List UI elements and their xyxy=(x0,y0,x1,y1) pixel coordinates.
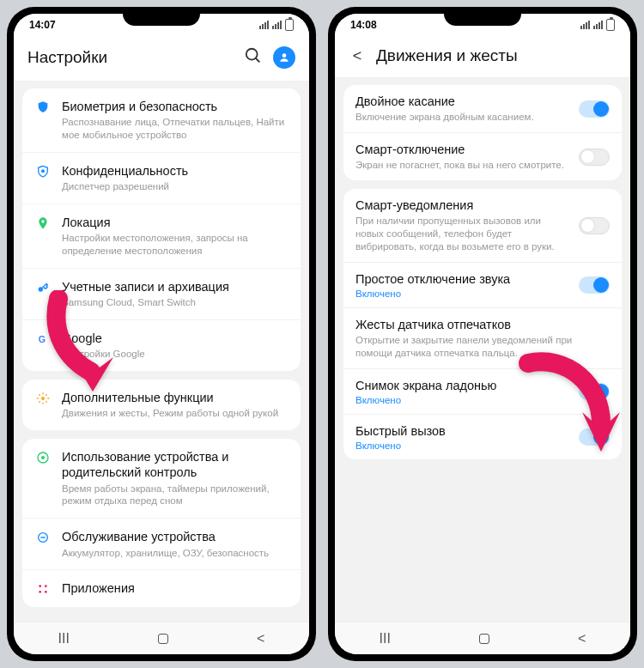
item-title: Простое отключение звука xyxy=(355,271,570,287)
item-title: Быстрый вызов xyxy=(355,423,570,439)
toggle-switch[interactable] xyxy=(579,149,610,166)
item-fingerprint-gestures[interactable]: Жесты датчика отпечатков Открытие и закр… xyxy=(343,308,622,369)
settings-item-privacy[interactable]: Конфиденциальность Диспетчер разрешений xyxy=(22,153,301,204)
settings-item-accounts[interactable]: Учетные записи и архивация Samsung Cloud… xyxy=(22,269,301,320)
svg-point-5 xyxy=(39,287,43,291)
signal-icon xyxy=(593,21,603,29)
google-icon: G xyxy=(34,331,52,346)
settings-item-advanced[interactable]: Дополнительные функции Движения и жесты,… xyxy=(22,380,301,430)
battery-icon xyxy=(285,19,294,31)
item-title: Приложения xyxy=(62,580,289,596)
item-subtitle: Распознавание лица, Отпечатки пальцев, Н… xyxy=(62,116,289,142)
nav-recents[interactable]: III xyxy=(58,631,70,647)
wellbeing-icon xyxy=(34,449,52,465)
item-title: Локация xyxy=(62,215,289,230)
settings-card: Смарт-уведомления При наличии пропущенны… xyxy=(343,189,622,459)
settings-card: Биометрия и безопасность Распознавание л… xyxy=(22,88,301,371)
settings-item-apps[interactable]: Приложения xyxy=(22,570,301,606)
header: Настройки xyxy=(14,36,309,82)
toggle-switch[interactable] xyxy=(579,383,610,400)
notch xyxy=(123,7,200,26)
settings-card: Дополнительные функции Движения и жесты,… xyxy=(22,380,301,430)
battery-icon xyxy=(606,19,615,31)
item-status: Включено xyxy=(355,440,570,451)
toggle-switch[interactable] xyxy=(579,428,610,446)
apps-icon xyxy=(34,580,52,596)
nav-home[interactable] xyxy=(479,634,489,644)
item-subtitle: При наличии пропущенных вызовов или новы… xyxy=(355,215,570,253)
device-care-icon xyxy=(34,529,52,544)
settings-card: Использование устройства и родительский … xyxy=(22,439,301,606)
item-title: Обслуживание устройства xyxy=(62,529,289,544)
account-avatar-icon[interactable] xyxy=(273,46,295,69)
phone-right: 14:08 < Движения и жесты Двойное касание… xyxy=(328,7,637,661)
item-title: Биометрия и безопасность xyxy=(62,99,289,114)
toggle-switch[interactable] xyxy=(579,276,610,294)
svg-point-14 xyxy=(45,591,47,593)
page-title: Движения и жесты xyxy=(376,46,617,65)
settings-item-biometrics[interactable]: Биометрия и безопасность Распознавание л… xyxy=(22,88,301,153)
item-title: Смарт-уведомления xyxy=(355,197,570,213)
settings-card: Двойное касание Включение экрана двойным… xyxy=(343,85,622,180)
nav-bar: III < xyxy=(14,622,309,654)
item-easy-mute[interactable]: Простое отключение звука Включено xyxy=(343,263,622,308)
status-icons xyxy=(580,19,615,31)
svg-point-0 xyxy=(246,49,258,60)
item-double-tap[interactable]: Двойное касание Включение экрана двойным… xyxy=(343,85,622,133)
item-subtitle: Экран не погаснет, пока вы на него смотр… xyxy=(355,159,570,172)
toggle-switch[interactable] xyxy=(579,100,610,118)
signal-icon xyxy=(580,21,590,29)
settings-list: Биометрия и безопасность Распознавание л… xyxy=(14,82,309,622)
status-time: 14:07 xyxy=(29,19,56,31)
settings-item-location[interactable]: Локация Настройки местоположения, запрос… xyxy=(22,204,301,269)
item-title: Снимок экрана ладонью xyxy=(355,378,570,393)
status-icons xyxy=(259,19,294,31)
item-subtitle: Samsung Cloud, Smart Switch xyxy=(62,296,289,309)
svg-point-3 xyxy=(42,170,45,173)
nav-recents[interactable]: III xyxy=(380,631,391,647)
item-status: Включено xyxy=(355,288,570,299)
item-smart-alert[interactable]: Смарт-уведомления При наличии пропущенны… xyxy=(343,189,622,263)
item-subtitle: Включение экрана двойным касанием. xyxy=(355,111,570,124)
item-subtitle: Открытие и закрытие панели уведомлений п… xyxy=(355,334,610,360)
item-title: Использование устройства и родительский … xyxy=(62,449,289,480)
notch xyxy=(444,7,521,26)
shield-lock-icon xyxy=(34,163,52,179)
screen-right: 14:08 < Движения и жесты Двойное касание… xyxy=(335,14,630,654)
toggle-switch[interactable] xyxy=(579,217,610,234)
item-title: Google xyxy=(62,331,289,346)
item-subtitle: Диспетчер разрешений xyxy=(62,180,289,193)
shield-icon xyxy=(34,99,52,114)
nav-back[interactable]: < xyxy=(578,631,586,647)
item-subtitle: Время работы экрана, таймеры приложений,… xyxy=(62,483,289,508)
item-title: Учетные записи и архивация xyxy=(62,279,289,295)
header: < Движения и жесты xyxy=(335,36,630,78)
settings-item-google[interactable]: G Google Настройки Google xyxy=(22,320,301,371)
nav-back[interactable]: < xyxy=(257,631,264,647)
gear-icon xyxy=(34,390,52,405)
back-icon[interactable]: < xyxy=(349,47,366,65)
svg-point-7 xyxy=(41,397,45,400)
screen-left: 14:07 Настройки Биометрия и безопасн xyxy=(14,14,309,654)
search-icon[interactable] xyxy=(244,46,263,69)
signal-icon xyxy=(272,21,282,29)
status-time: 14:08 xyxy=(350,19,377,31)
page-title: Настройки xyxy=(27,48,234,67)
phone-left: 14:07 Настройки Биометрия и безопасн xyxy=(7,7,316,661)
item-title: Двойное касание xyxy=(355,94,570,109)
settings-item-devicecare[interactable]: Обслуживание устройства Аккумулятор, хра… xyxy=(22,519,301,570)
settings-item-wellbeing[interactable]: Использование устройства и родительский … xyxy=(22,439,301,519)
svg-point-4 xyxy=(41,220,44,222)
nav-home[interactable] xyxy=(158,634,168,644)
item-palm-swipe[interactable]: Снимок экрана ладонью Включено xyxy=(343,369,622,415)
svg-text:G: G xyxy=(39,334,46,344)
svg-point-2 xyxy=(283,53,287,58)
item-subtitle: Движения и жесты, Режим работы одной рук… xyxy=(62,407,289,420)
item-direct-call[interactable]: Быстрый вызов Включено xyxy=(343,415,622,459)
motions-list: Двойное касание Включение экрана двойным… xyxy=(335,78,630,622)
svg-point-9 xyxy=(41,456,45,459)
svg-line-1 xyxy=(256,58,260,63)
item-subtitle: Настройки Google xyxy=(62,348,289,361)
item-smart-stay[interactable]: Смарт-отключение Экран не погаснет, пока… xyxy=(343,133,622,180)
pin-icon xyxy=(34,215,52,230)
